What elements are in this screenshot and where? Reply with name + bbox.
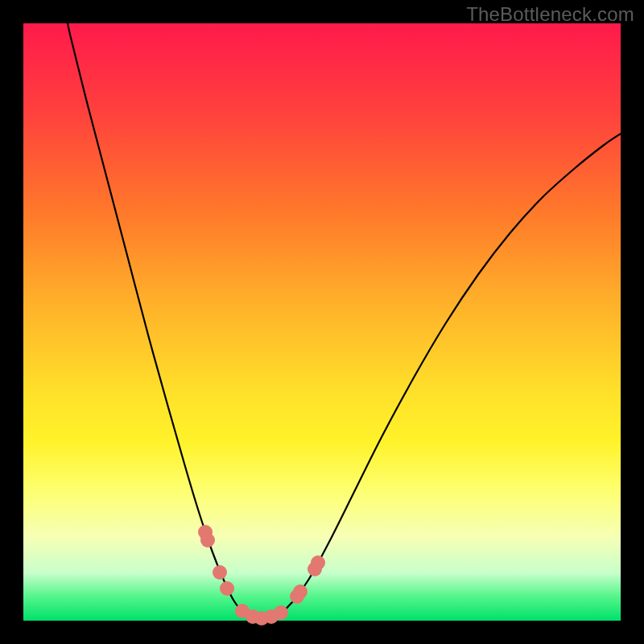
curve-markers (198, 525, 325, 625)
bottleneck-curve (68, 23, 621, 619)
curve-marker (213, 565, 227, 580)
curve-marker (200, 533, 215, 547)
chart-frame: TheBottleneck.com (0, 0, 644, 644)
chart-svg (23, 23, 621, 621)
watermark-text: TheBottleneck.com (466, 3, 634, 26)
curve-marker (311, 555, 325, 570)
curve-marker (293, 584, 308, 599)
curve-marker (220, 581, 234, 596)
curve-marker (274, 605, 288, 620)
